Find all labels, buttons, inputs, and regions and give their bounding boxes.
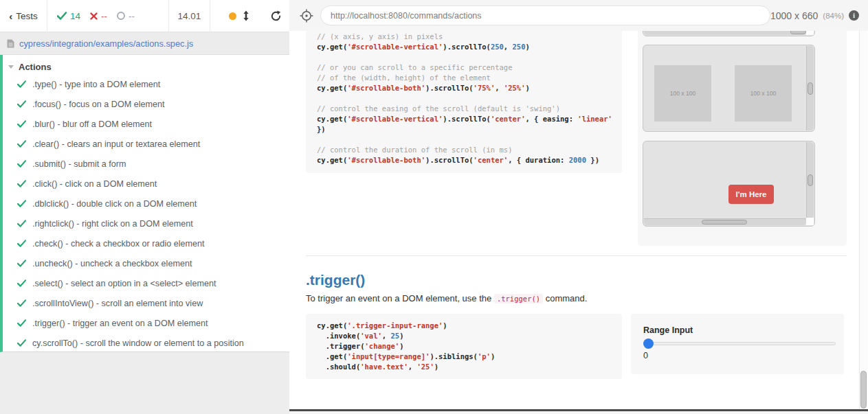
test-title: .submit() - submit a form	[32, 159, 126, 169]
x-icon	[90, 12, 98, 20]
trigger-code-block: cy.get('.trigger-input-range') .invoke('…	[306, 314, 622, 379]
im-here-button[interactable]: I'm Here	[728, 185, 774, 204]
test-item[interactable]: .scrollIntoView() - scroll an element in…	[3, 293, 289, 313]
test-title: .type() - type into a DOM element	[32, 80, 160, 89]
collapse-caret-icon	[8, 65, 14, 69]
scrollbar-corner	[806, 31, 814, 35]
test-item[interactable]: .type() - type into a DOM element	[3, 74, 289, 94]
test-passed-check-icon	[17, 160, 26, 168]
test-list: .type() - type into a DOM element .focus…	[3, 74, 289, 353]
test-item[interactable]: .dblclick() - double click on a DOM elem…	[3, 194, 289, 214]
test-item[interactable]: .select() - select an option in a <selec…	[3, 273, 289, 293]
range-input-well: Range Input 0	[631, 314, 844, 374]
scrollable-demo-well: 100 x 100 100 x 100 I'm Here	[638, 31, 847, 246]
page-scrollbar[interactable]	[859, 31, 867, 409]
stat-pending: --	[117, 11, 135, 21]
test-item[interactable]: .clear() - clears an input or textarea e…	[3, 134, 289, 154]
stat-passed: 14	[57, 11, 80, 21]
test-passed-check-icon	[17, 279, 26, 287]
scrollable-vertical-box[interactable]: 100 x 100 100 x 100	[643, 45, 815, 132]
tests-area: Actions .type() - type into a DOM elemen…	[0, 55, 289, 352]
scrollto-code-block: // (x axis, y axis) in pixelscy.get('#sc…	[306, 31, 622, 173]
reload-tests-button[interactable]	[270, 10, 282, 22]
suite-header-actions[interactable]: Actions	[3, 55, 289, 74]
test-title: .dblclick() - double click on a DOM elem…	[32, 199, 197, 209]
range-slider-thumb[interactable]	[643, 338, 654, 349]
reload-icon	[270, 10, 282, 22]
test-item[interactable]: cy.scrollTo() - scroll the window or ele…	[3, 333, 289, 353]
spec-file-link[interactable]: cypress/integration/examples/actions.spe…	[19, 38, 193, 49]
reporter-header: ‹ Tests 14 -- -- 14.01	[0, 0, 289, 32]
horizontal-scrollbar[interactable]	[644, 218, 806, 225]
test-stats: 14 -- --	[47, 0, 168, 32]
test-title: .trigger() - trigger an event on a DOM e…	[32, 319, 208, 328]
range-input-label: Range Input	[643, 325, 844, 335]
test-passed-check-icon	[17, 140, 26, 148]
app-under-test: // (x axis, y axis) in pixelscy.get('#sc…	[289, 31, 868, 409]
url-bar[interactable]: http://localhost:8080/commands/actions	[320, 5, 770, 25]
paragraph-text: command.	[543, 293, 587, 303]
app-header: http://localhost:8080/commands/actions 1…	[289, 0, 868, 31]
back-to-tests-button[interactable]: ‹ Tests	[0, 0, 47, 32]
test-title: .rightclick() - right click on a DOM ele…	[32, 219, 193, 229]
viewport-info: 1000 x 660 (84%) i	[770, 10, 863, 21]
placeholder-label: 100 x 100	[670, 90, 695, 97]
test-item[interactable]: .check() - check a checkbox or radio ele…	[3, 233, 289, 253]
test-item[interactable]: .submit() - submit a form	[3, 154, 289, 174]
section-divider	[306, 255, 847, 256]
inline-code: .trigger()	[494, 294, 543, 303]
test-passed-check-icon	[17, 80, 26, 88]
trigger-section-heading: .trigger()	[306, 272, 365, 288]
circle-icon	[117, 12, 125, 20]
test-item[interactable]: .click() - click on a DOM element	[3, 174, 289, 194]
autoscroll-status-dot	[229, 12, 236, 20]
test-item[interactable]: .blur() - blur off a DOM element	[3, 114, 289, 134]
test-passed-check-icon	[17, 260, 26, 267]
vertical-scrollbar[interactable]	[806, 142, 814, 218]
test-title: .blur() - blur off a DOM element	[32, 119, 152, 129]
range-slider[interactable]	[643, 342, 836, 345]
suite-title: Actions	[19, 62, 52, 72]
test-item[interactable]: .rightclick() - right click on a DOM ele…	[3, 214, 289, 233]
test-title: .scrollIntoView() - scroll an element in…	[32, 299, 203, 308]
pending-count: --	[129, 11, 135, 21]
horizontal-scrollbar[interactable]	[644, 31, 806, 35]
test-title: .clear() - clears an input or textarea e…	[32, 139, 200, 149]
test-item[interactable]: .uncheck() - uncheck a checkbox element	[3, 253, 289, 273]
test-title: .click() - click on a DOM element	[32, 179, 157, 189]
viewport-size: 1000 x 660	[770, 10, 818, 21]
scrollable-both-box[interactable]: I'm Here	[643, 141, 815, 227]
page-scrollbar-thumb[interactable]	[860, 371, 867, 409]
test-title: .uncheck() - uncheck a checkbox element	[32, 259, 192, 268]
app-preview-pane: http://localhost:8080/commands/actions 1…	[289, 0, 868, 414]
vertical-scrollbar-thumb[interactable]	[808, 82, 813, 95]
test-title: .check() - check a checkbox or radio ele…	[32, 239, 205, 249]
spec-file-bar: cypress/integration/examples/actions.spe…	[0, 32, 289, 55]
auto-scroll-toggle[interactable]	[243, 10, 249, 21]
test-item[interactable]: .trigger() - trigger an event on a DOM e…	[3, 313, 289, 333]
chevron-left-icon: ‹	[9, 11, 12, 21]
selector-playground-icon[interactable]	[300, 9, 313, 23]
test-passed-check-icon	[17, 240, 26, 247]
horizontal-scrollbar-thumb[interactable]	[790, 31, 806, 34]
test-passed-check-icon	[17, 339, 26, 347]
reporter-controls	[210, 0, 289, 32]
vertical-scrollbar[interactable]	[806, 46, 814, 130]
back-label: Tests	[16, 11, 38, 21]
info-icon[interactable]: i	[849, 10, 859, 21]
horizontal-scrollbar-thumb[interactable]	[702, 220, 747, 225]
scrollable-horizontal-box[interactable]	[643, 31, 815, 36]
placeholder-label: 100 x 100	[750, 90, 776, 97]
vertical-scrollbar-thumb[interactable]	[808, 174, 813, 186]
placeholder-image: 100 x 100	[654, 65, 711, 122]
url-text: http://localhost:8080/commands/actions	[331, 11, 482, 21]
run-duration: 14.01	[168, 0, 210, 32]
test-item[interactable]: .focus() - focus on a DOM element	[3, 94, 289, 114]
file-icon	[7, 39, 14, 48]
test-title: .select() - select an option in a <selec…	[32, 279, 216, 288]
range-value: 0	[643, 351, 844, 360]
test-passed-check-icon	[17, 220, 26, 227]
test-passed-check-icon	[17, 299, 26, 307]
trigger-section-paragraph: To trigger an event on a DOM element, us…	[306, 293, 587, 303]
reporter-panel: ‹ Tests 14 -- -- 14.01	[0, 0, 289, 414]
